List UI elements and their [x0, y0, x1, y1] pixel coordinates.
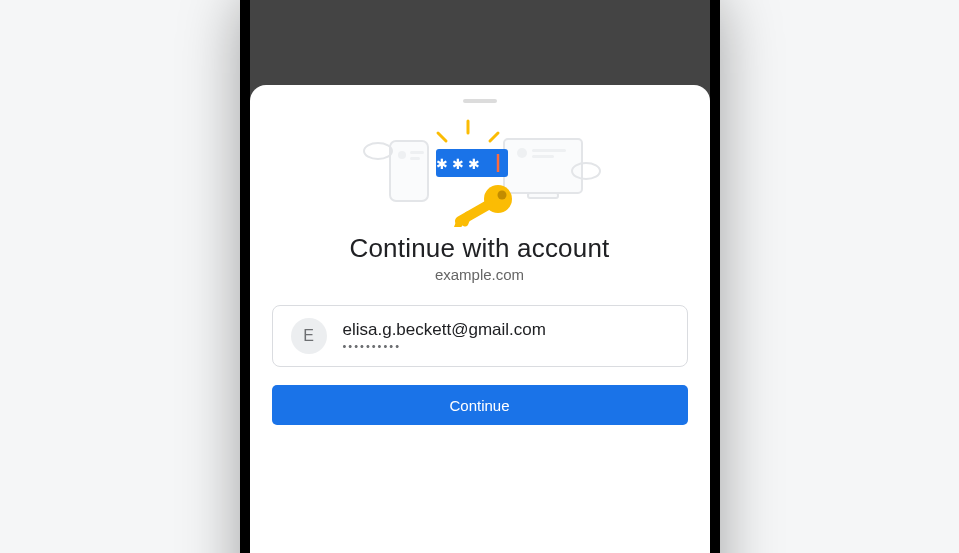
sheet-title: Continue with account	[272, 233, 688, 264]
password-mask-text: ✱ ✱ ✱	[436, 156, 480, 172]
phone-screen: ✱ ✱ ✱ Continue with	[250, 0, 710, 553]
svg-rect-4	[532, 155, 554, 158]
sheet-domain: example.com	[272, 266, 688, 283]
svg-line-13	[490, 133, 498, 141]
stage: ✱ ✱ ✱ Continue with	[0, 0, 959, 553]
svg-point-2	[517, 148, 527, 158]
phone-inner: ✱ ✱ ✱ Continue with	[250, 0, 710, 553]
sheet-grabber[interactable]	[463, 99, 497, 103]
svg-rect-1	[528, 193, 558, 198]
svg-point-17	[497, 191, 506, 200]
avatar-initial: E	[303, 327, 314, 345]
svg-point-9	[364, 143, 392, 159]
svg-rect-7	[410, 151, 424, 154]
svg-rect-5	[390, 141, 428, 201]
svg-rect-3	[532, 149, 566, 152]
svg-rect-8	[410, 157, 420, 160]
account-email: elisa.g.beckett@gmail.com	[343, 319, 546, 340]
svg-rect-0	[504, 139, 582, 193]
svg-line-11	[438, 133, 446, 141]
phone-frame: ✱ ✱ ✱ Continue with	[240, 0, 720, 553]
bottom-sheet: ✱ ✱ ✱ Continue with	[250, 85, 710, 553]
continue-button[interactable]: Continue	[272, 385, 688, 425]
illustration-svg: ✱ ✱ ✱	[350, 111, 610, 227]
account-text: elisa.g.beckett@gmail.com ••••••••••	[343, 319, 546, 354]
account-row[interactable]: E elisa.g.beckett@gmail.com ••••••••••	[272, 305, 688, 367]
avatar: E	[291, 318, 327, 354]
account-password-mask: ••••••••••	[343, 340, 546, 354]
password-illustration: ✱ ✱ ✱	[272, 111, 688, 227]
svg-point-6	[398, 151, 406, 159]
